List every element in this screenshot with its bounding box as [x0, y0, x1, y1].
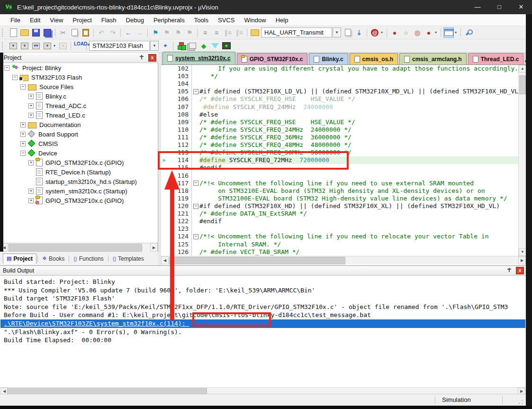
editor-tab-system_stm32f10x.c[interactable]: system_stm32f10x.c: [162, 52, 235, 64]
code-line[interactable]: 104: [161, 80, 518, 88]
breakpoint-kill-all-icon[interactable]: ●: [424, 27, 434, 38]
minimize-button[interactable]: —: [467, 0, 488, 14]
expand-icon[interactable]: +: [28, 103, 34, 109]
configure-wrench-icon[interactable]: [463, 27, 474, 38]
panel-tab-project[interactable]: ▤Project: [3, 254, 36, 264]
tree-item[interactable]: −Source Files: [0, 82, 158, 91]
fold-collapse-icon[interactable]: −: [192, 234, 199, 239]
editor-tab-cmsis_armclang.h[interactable]: cmsis_armclang.h: [399, 53, 467, 64]
tree-item[interactable]: −Device: [0, 148, 158, 158]
code-line[interactable]: 116: [161, 172, 518, 180]
toolbar-grip[interactable]: [2, 42, 5, 50]
stop-build-icon[interactable]: ✕: [58, 41, 68, 51]
copy-icon[interactable]: [69, 27, 80, 38]
project-hscrollbar[interactable]: ◀ ▶: [0, 243, 158, 252]
fold-collapse-icon[interactable]: −: [192, 204, 199, 209]
scroll-up-icon[interactable]: ▲: [519, 65, 526, 73]
code-line[interactable]: 122#endif: [161, 218, 518, 225]
menu-item-peripherals[interactable]: Peripherals: [149, 17, 189, 24]
expand-icon[interactable]: +: [28, 198, 34, 203]
code-line[interactable]: 111/* #define SYSCLK_FREQ_36MHz 36000000…: [161, 134, 518, 141]
paste-icon[interactable]: [81, 27, 91, 38]
code-line[interactable]: 108#else: [161, 111, 518, 118]
scroll-right-icon[interactable]: ▶: [518, 256, 526, 264]
menu-item-project[interactable]: Project: [68, 17, 96, 24]
code-line[interactable]: 117−/*!< Uncomment the following line if…: [161, 180, 518, 187]
menu-item-edit[interactable]: Edit: [25, 17, 45, 24]
unindent-icon[interactable]: ≡: [200, 27, 210, 38]
close-button[interactable]: ✕: [510, 0, 532, 14]
target-select-dropdown[interactable]: ▾: [150, 41, 159, 51]
tree-item[interactable]: +Thread_ADC.c: [0, 101, 158, 110]
breakpoint-disable-all-icon[interactable]: ◎: [412, 27, 423, 38]
pack-filter-icon[interactable]: [210, 41, 220, 51]
code-line[interactable]: 123: [161, 225, 518, 233]
translate-file-icon[interactable]: ▼: [8, 41, 18, 51]
code-line[interactable]: 125 Internal SRAM. */: [161, 241, 518, 248]
select-software-packs-icon[interactable]: ◆: [198, 41, 209, 51]
new-file-icon[interactable]: [8, 27, 18, 38]
expand-icon[interactable]: +: [20, 132, 26, 137]
code-line[interactable]: 103 */: [161, 73, 518, 80]
tree-item[interactable]: +Thread_LED.c: [0, 110, 158, 120]
fold-collapse-icon[interactable]: −: [192, 181, 199, 186]
indent-icon[interactable]: ≡: [211, 27, 222, 38]
scroll-right-icon[interactable]: ▶: [150, 243, 158, 252]
open-file-icon[interactable]: [19, 27, 30, 38]
expand-icon[interactable]: +: [28, 160, 34, 165]
panel-tab-functions[interactable]: {}Functions: [70, 254, 107, 264]
tree-item[interactable]: −STM32F103 Flash: [0, 73, 158, 82]
tree-item[interactable]: +Documentation: [0, 120, 158, 129]
code-line[interactable]: 109/* #define SYSCLK_FREQ_HSE HSE_VALUE …: [161, 118, 518, 126]
scroll-left-icon[interactable]: ◀: [161, 256, 169, 264]
expand-icon[interactable]: +: [28, 113, 34, 118]
editor-hscrollbar[interactable]: ◀ ▶: [161, 256, 526, 264]
code-line[interactable]: 110/* #define SYSCLK_FREQ_24MHz 24000000…: [161, 126, 518, 134]
scroll-thumb[interactable]: [169, 257, 345, 264]
search-document-icon[interactable]: [343, 27, 353, 38]
tree-item[interactable]: −Project: Blinky: [0, 63, 158, 73]
fold-collapse-icon[interactable]: −: [192, 89, 199, 94]
rebuild-all-icon[interactable]: ▼▼: [31, 41, 41, 51]
project-panel-close-button[interactable]: x: [148, 54, 156, 62]
scroll-down-icon[interactable]: ▼: [519, 248, 526, 256]
bookmark-toggle-icon[interactable]: ⚑: [150, 27, 161, 38]
comment-selection-icon[interactable]: ∥≡: [223, 27, 233, 38]
collapse-icon[interactable]: −: [4, 65, 9, 71]
collapse-icon[interactable]: −: [12, 75, 18, 80]
breakpoint-insert-icon[interactable]: ●: [389, 27, 400, 38]
editor-vscrollbar[interactable]: ▲ ▼: [518, 65, 526, 256]
build-output-line[interactable]: Build target 'STM32F103 Flash': [0, 294, 525, 303]
function-search-combo[interactable]: HAL_UART_Transmit: [261, 27, 332, 37]
tree-item[interactable]: RTE_Device.h (Startup): [0, 167, 158, 177]
build-icon[interactable]: ▼: [19, 41, 30, 51]
menu-item-svcs[interactable]: SVCS: [213, 17, 239, 24]
tree-item[interactable]: +CMSIS: [0, 139, 158, 148]
menu-item-file[interactable]: File: [6, 17, 25, 24]
target-options-icon[interactable]: ✦: [160, 41, 171, 51]
window-layout-icon[interactable]: [443, 27, 454, 38]
code-line[interactable]: 120−#if defined (STM32F10X_HD) || (defin…: [161, 202, 518, 210]
tree-item[interactable]: startup_stm32f10x_hd.s (Startup): [0, 177, 158, 186]
manage-components-icon[interactable]: [187, 41, 198, 51]
menu-item-tools[interactable]: Tools: [189, 17, 213, 24]
panel-tab-books[interactable]: ❖Books: [39, 254, 68, 264]
fold-box[interactable]: −: [193, 204, 198, 209]
editor-tab-blinky.c[interactable]: Blinky.c: [309, 53, 348, 64]
code-line[interactable]: 119 STM32100E-EVAL board (STM32 High-den…: [161, 195, 518, 202]
fold-box[interactable]: −: [193, 89, 198, 94]
window-layout-icon-dropdown[interactable]: ▾: [455, 30, 459, 35]
save-icon[interactable]: [31, 27, 41, 38]
code-line[interactable]: 126/* #define VECT_TAB_SRAM */: [161, 248, 518, 256]
build-output-line[interactable]: *** Using Compiler 'V5.06 update 7 (buil…: [0, 286, 525, 295]
editor-tab-cmsis_os.h[interactable]: cmsis_os.h: [350, 53, 398, 64]
code-line[interactable]: 118 on STM3210E-EVAL board (STM32 High d…: [161, 187, 518, 195]
tree-item[interactable]: +Board Support: [0, 129, 158, 139]
build-output-line[interactable]: ".\Flash\Blinky.axf" - 0 Error(s), 0 War…: [0, 328, 525, 336]
tree-item[interactable]: +Blinky.c: [0, 91, 158, 101]
menu-item-help[interactable]: Help: [271, 17, 293, 24]
expand-icon[interactable]: +: [20, 141, 26, 146]
build-output-close-button[interactable]: x: [516, 267, 524, 274]
code-line[interactable]: 105−#if defined (STM32F10X_LD_VL) || (de…: [161, 88, 518, 95]
code-line[interactable]: 107 #define SYSCLK_FREQ_24MHz 24000000: [161, 103, 518, 111]
